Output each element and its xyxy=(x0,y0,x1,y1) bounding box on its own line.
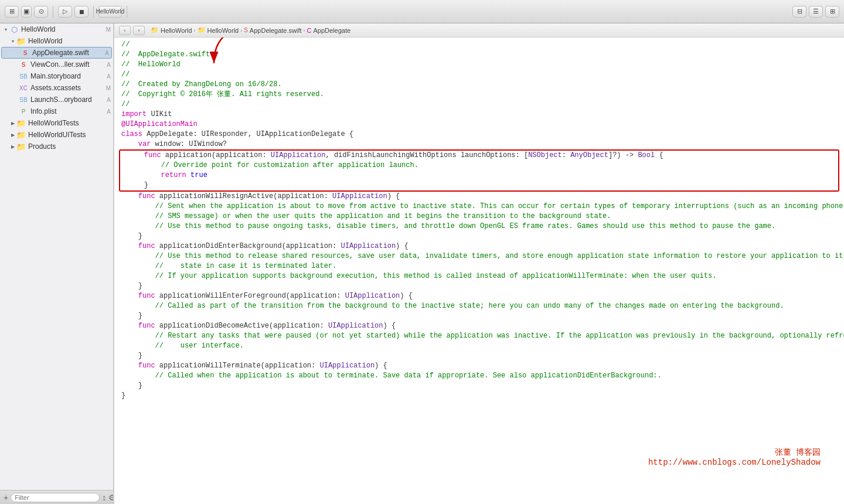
folder-icon-uitests: 📁 xyxy=(16,130,26,139)
code-line-resign-c2: // SMS message) or when the user quits t… xyxy=(114,212,844,222)
assets-badge: M xyxy=(106,85,111,91)
code-line-bg-c1: // Use this method to release shared res… xyxy=(114,251,844,261)
code-line-comment5: // Created by ZhangDeLong on 16/8/28. xyxy=(114,80,844,90)
code-line-comment4: // xyxy=(114,70,844,80)
code-line-comment6: // Copyright © 2016年 张董. All rights rese… xyxy=(114,90,844,100)
main-area: ▾ ⬡ HelloWorld M ▾ 📁 HelloWorld S AppDel… xyxy=(0,23,844,504)
nav-breadcrumb: 📁 HelloWorld › 📁 HelloWorld › S AppDeleg… xyxy=(151,26,350,34)
main-storyboard-badge: A xyxy=(107,73,111,80)
sidebar-item-helloworld-root[interactable]: ▾ ⬡ HelloWorld M xyxy=(0,23,113,35)
xcassets-icon: XC xyxy=(19,83,28,93)
expand-arrow-tests: ▶ xyxy=(9,121,16,126)
code-line-resign-sig: func applicationWillResignActive(applica… xyxy=(114,192,844,202)
bc-classname: AppDelegate xyxy=(313,27,350,34)
sidebar-item-uitests[interactable]: ▶ 📁 HelloWorldUITests xyxy=(0,129,113,141)
nav-fwd-btn[interactable]: › xyxy=(133,26,145,35)
toolbar-btn-scheme[interactable]: HelloWorld xyxy=(98,6,122,18)
project-badge: M xyxy=(106,26,111,33)
viewcontroller-label: ViewCon...ller.swift xyxy=(30,60,106,69)
code-line-comment2: // AppDelegate.swift xyxy=(114,50,844,60)
sidebar-item-helloworld-group[interactable]: ▾ 📁 HelloWorld xyxy=(0,35,113,47)
sidebar-item-info-plist[interactable]: P Info.plist A xyxy=(0,105,113,117)
uitests-label: HelloWorldUITests xyxy=(28,131,111,139)
bc-sep-2: › xyxy=(240,28,242,33)
tests-label: HelloWorldTests xyxy=(28,119,111,127)
sidebar-bottom: + ↕ ⚙ xyxy=(0,490,113,504)
sort-icon[interactable]: ↕ xyxy=(102,493,106,502)
toolbar-btn-debug1[interactable]: ▷ xyxy=(58,6,72,18)
code-line-bg-c2: // state in case it is terminated later. xyxy=(114,261,844,271)
code-line-fg-sig: func applicationWillEnterForeground(appl… xyxy=(114,291,844,301)
toolbar-btn-right2[interactable]: ☰ xyxy=(809,6,823,18)
storyboard-icon-main: SB xyxy=(19,71,28,81)
code-line-comment3: // HelloWorld xyxy=(114,60,844,70)
plist-icon: P xyxy=(19,107,28,116)
toolbar-btn-3[interactable]: ⊙ xyxy=(34,6,48,18)
code-line-active-close: } xyxy=(114,351,844,361)
bc-class-icon: C xyxy=(307,27,312,34)
code-line-class: class AppDelegate: UIResponder, UIApplic… xyxy=(114,130,844,139)
toolbar-btn-right3[interactable]: ⊞ xyxy=(825,6,839,18)
swift-icon-viewcontroller: S xyxy=(19,60,28,69)
sidebar-item-products[interactable]: ▶ 📁 Products xyxy=(0,141,113,152)
watermark: 张董 博客园 http://www.cnblogs.com/LonelyShad… xyxy=(114,401,844,479)
bc-folder-icon-2: 📁 xyxy=(198,26,206,34)
code-line-active-sig: func applicationDidBecomeActive(applicat… xyxy=(114,321,844,331)
bc-swift-icon: S xyxy=(244,27,248,33)
toolbar-btn-layout[interactable]: ⊞ xyxy=(5,6,19,18)
toolbar-btn-debug2[interactable]: ⏹ xyxy=(74,6,89,18)
code-line-bg-close: } xyxy=(114,281,844,291)
sidebar-item-assets[interactable]: XC Assets.xcassets M xyxy=(0,82,113,94)
sidebar-item-launch[interactable]: SB LaunchS...oryboard A xyxy=(0,94,113,105)
code-line-active-c1: // Restart any tasks that were paused (o… xyxy=(114,331,844,341)
toolbar: ⊞ ▣ ⊙ ▷ ⏹ HelloWorld ⊟ ☰ ⊞ xyxy=(0,0,844,23)
sidebar-item-tests[interactable]: ▶ 📁 HelloWorldTests xyxy=(0,117,113,129)
sidebar-item-appdelegate[interactable]: S AppDelegate.swift A xyxy=(1,47,112,59)
filter-input[interactable] xyxy=(11,493,100,502)
appdelegate-badge: A xyxy=(105,50,109,56)
code-line-attr: @UIApplicationMain xyxy=(114,120,844,130)
launch-badge: A xyxy=(107,97,111,103)
sidebar-item-viewcontroller[interactable]: S ViewCon...ller.swift A xyxy=(0,59,113,70)
code-line-outer-close: } xyxy=(114,391,844,401)
code-line-func1: func application(application: UIApplicat… xyxy=(120,151,838,161)
toolbar-btn-2[interactable]: ▣ xyxy=(21,6,32,18)
settings-icon[interactable]: ⚙ xyxy=(108,493,114,502)
swift-icon-appdelegate: S xyxy=(21,48,30,57)
viewcontroller-badge: A xyxy=(107,62,111,68)
folder-icon-tests: 📁 xyxy=(16,118,26,128)
sidebar-item-main-storyboard[interactable]: SB Main.storyboard A xyxy=(0,70,113,82)
info-plist-badge: A xyxy=(107,108,111,115)
code-line-var: var window: UIWindow? xyxy=(114,139,844,149)
nav-strip: ‹ › 📁 HelloWorld › 📁 HelloWorld › S AppD… xyxy=(114,23,844,38)
launch-label: LaunchS...oryboard xyxy=(30,96,106,104)
bc-folder-icon-1: 📁 xyxy=(151,26,159,34)
project-icon: ⬡ xyxy=(9,25,19,34)
bc-filename: AppDelegate.swift xyxy=(250,27,302,34)
folder-icon-products: 📁 xyxy=(16,142,26,151)
bc-sep-1: › xyxy=(194,28,196,33)
code-line-func2: // Override point for customization afte… xyxy=(120,161,838,171)
code-line-comment1: // xyxy=(114,40,844,50)
nav-back-btn[interactable]: ‹ xyxy=(119,26,131,35)
code-editor[interactable]: // // AppDelegate.swift // HelloWorld //… xyxy=(114,38,844,504)
code-line-resign-c3: // Use this method to pause ongoing task… xyxy=(114,222,844,231)
toolbar-btn-right1[interactable]: ⊟ xyxy=(792,6,806,18)
code-line-term-c1: // Called when the application is about … xyxy=(114,371,844,381)
watermark-line2: http://www.cnblogs.com/LonelyShadow xyxy=(114,458,821,468)
code-line-fg-c1: // Called as part of the transition from… xyxy=(114,301,844,311)
code-line-term-close: } xyxy=(114,381,844,391)
code-line-func3: return true xyxy=(120,171,838,181)
assets-label: Assets.xcassets xyxy=(30,84,105,92)
code-line-comment7: // xyxy=(114,100,844,110)
expand-arrow-uitests: ▶ xyxy=(9,132,16,138)
watermark-line1: 张董 博客园 xyxy=(114,448,821,458)
info-plist-label: Info.plist xyxy=(30,107,106,115)
code-line-func4: } xyxy=(120,181,838,190)
storyboard-icon-launch: SB xyxy=(19,95,28,104)
add-icon[interactable]: + xyxy=(4,493,8,502)
expand-arrow-root: ▾ xyxy=(2,27,9,32)
code-line-import: import UIKit xyxy=(114,110,844,120)
expand-arrow-group: ▾ xyxy=(9,39,16,44)
main-storyboard-label: Main.storyboard xyxy=(30,72,106,80)
